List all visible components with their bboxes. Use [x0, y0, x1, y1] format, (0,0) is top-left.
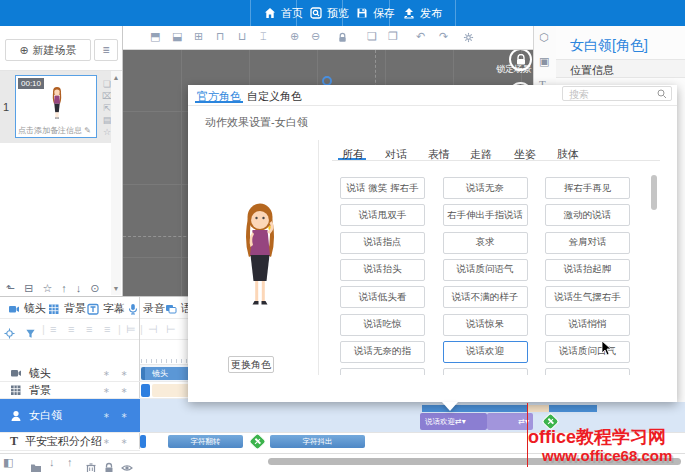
lock-icon[interactable] [337, 32, 348, 45]
align-top-icon[interactable]: ⊓ [216, 30, 225, 43]
action-button[interactable]: 说话指点 [340, 232, 425, 254]
camera-icon [10, 367, 22, 379]
action-button[interactable]: 说话生气摆右手 [545, 286, 630, 308]
tab-custom-roles[interactable]: 自定义角色 [247, 89, 302, 104]
action-button[interactable]: 说话不满的样子 [443, 286, 528, 308]
preview-icon [310, 7, 322, 19]
character-preview [228, 200, 292, 312]
action-button[interactable]: 说话质问语气 [443, 259, 528, 281]
align-bottom-icon[interactable]: ⊔ [238, 30, 247, 43]
scene-thumbnail[interactable]: 00:10 点击添加备注信息 ✎ [15, 75, 97, 138]
scenes-scrollbar[interactable]: ▲ ▼ [111, 71, 121, 295]
image-icon[interactable]: ▣ [539, 55, 549, 68]
action-button[interactable]: 说话 微笑 挥右手 [340, 177, 425, 199]
action-button[interactable]: 说话无奈的指 [340, 341, 425, 363]
action-button[interactable]: 说话低头看 [340, 286, 425, 308]
save-icon [356, 7, 368, 19]
move-up-icon[interactable]: ↑ [67, 456, 73, 468]
watermark-line1: office教程学习网 [528, 425, 666, 449]
home-icon [264, 7, 276, 19]
action-button[interactable]: 耸肩对话 [545, 232, 630, 254]
align-left-icon[interactable]: ⬒ [150, 30, 160, 43]
topbar-button-3[interactable]: 发布 [389, 0, 456, 26]
trim-left-icon[interactable]: ⊣ [148, 323, 158, 336]
category-tab-1[interactable]: 对话 [385, 147, 407, 162]
track-labels: 镜头∗∗背景∗∗女白领∗∗T平安宝积分介绍∗∗ [0, 297, 140, 449]
scene-settings-icon[interactable] [463, 32, 474, 45]
trim-right-icon[interactable]: ⊢ [166, 323, 176, 336]
shape-icon[interactable]: ⬡ [539, 31, 549, 44]
plus-circle-icon: ⊕ [19, 44, 28, 57]
category-tab-4[interactable]: 坐姿 [514, 147, 536, 162]
position-info-section[interactable]: 位置信息 [556, 59, 685, 78]
action-button[interactable]: 说话抬头 [340, 259, 425, 281]
voice-icon [165, 303, 177, 315]
track-label-2[interactable]: 女白领∗∗ [0, 399, 140, 433]
selected-object-title: 女白领[角色] [570, 37, 648, 55]
zoom-in-icon[interactable]: ⊕ [290, 30, 299, 43]
align-right-icon[interactable]: ⬓ [172, 30, 182, 43]
action-button[interactable]: 说话甩双手 [340, 204, 425, 226]
action-button[interactable] [340, 368, 425, 375]
category-tab-0[interactable]: 所有 [342, 147, 364, 162]
subtitle-clip-1[interactable]: 字符翻转 [168, 435, 243, 448]
action-button[interactable]: 说话惊呆 [443, 314, 528, 336]
publish-icon [403, 7, 415, 19]
action-button[interactable]: 哀求 [443, 232, 528, 254]
subtitle-clip-2[interactable]: 字符抖出 [270, 435, 365, 448]
subtitle-clip-start[interactable] [140, 435, 146, 448]
search-input[interactable]: 搜索 [562, 86, 672, 101]
sep: | [140, 323, 143, 335]
change-role-button[interactable]: 更换角色 [228, 356, 274, 373]
top-bar: 首页预览保存发布 [0, 0, 685, 26]
role-presence-bar[interactable] [422, 405, 528, 412]
background-clip-start[interactable] [141, 384, 150, 397]
role-presence-gap [528, 405, 549, 412]
new-scene-button[interactable]: ⊕新建场景 [5, 39, 91, 61]
undo-icon[interactable]: ↶ [416, 30, 425, 43]
action-button[interactable] [443, 368, 528, 375]
zoom-out-icon[interactable]: ⊖ [311, 30, 320, 43]
redo-icon[interactable]: ↷ [439, 30, 448, 43]
action-button[interactable]: 说话欢迎 [443, 341, 528, 363]
text-icon: T [10, 434, 18, 449]
role-presence-bar2[interactable] [549, 405, 597, 412]
action-button[interactable]: 右手伸出手指说话 [443, 204, 528, 226]
scene-list-mode-button[interactable]: ≡ [94, 39, 118, 61]
track-label-0[interactable]: 镜头∗∗ [0, 365, 140, 382]
watermark-line2: www.office68.com [542, 447, 672, 464]
action-button[interactable]: 说话抬起脚 [545, 259, 630, 281]
actions-scrollbar[interactable] [651, 175, 657, 210]
category-tab-3[interactable]: 走路 [470, 147, 492, 162]
canvas-toolbar: ⬒⬓⊞⊓⊔⌶⊕⊖❏❐↶↷ [123, 26, 533, 50]
action-button[interactable]: 激动的说话 [545, 204, 630, 226]
track-label-3[interactable]: T平安宝积分介绍∗∗ [0, 433, 140, 451]
mouse-cursor [601, 340, 613, 356]
category-tab-5[interactable]: 肢体 [557, 147, 579, 162]
action-button[interactable] [545, 368, 630, 375]
track-label-1[interactable]: 背景∗∗ [0, 382, 140, 399]
scenes-toolbar[interactable]: ⬑⊟☆↑↓⊙ [0, 280, 122, 296]
action-button[interactable]: 说话质问口气 [545, 341, 630, 363]
paste-icon[interactable]: ❐ [388, 30, 398, 43]
align-vcenter-icon[interactable]: ⌶ [260, 30, 267, 43]
scene-index: 1 [3, 101, 9, 113]
person-icon [10, 410, 22, 422]
move-down-icon[interactable]: ↓ [49, 456, 55, 468]
loop-icon[interactable]: ⇄▾ [455, 417, 466, 426]
action-button[interactable]: 说话悄悄 [545, 314, 630, 336]
collapse-icon[interactable]: ◧ [3, 456, 13, 469]
action-button[interactable]: 说话吃惊 [340, 314, 425, 336]
search-icon [657, 89, 667, 99]
action-button[interactable]: 说话无奈 [443, 177, 528, 199]
lock-scene-label: 锁定场景 [496, 63, 532, 76]
popover-title: 动作效果设置-女白领 [205, 115, 308, 130]
action-button[interactable]: 挥右手再见 [545, 177, 630, 199]
align-hcenter-icon[interactable]: ⊞ [194, 30, 203, 43]
action-clip[interactable]: 说话欢迎 ⇄▾ [420, 413, 487, 430]
category-tab-2[interactable]: 表情 [428, 147, 450, 162]
background-icon [10, 384, 22, 396]
scene-note[interactable]: 点击添加备注信息 ✎ [18, 125, 94, 136]
copy-icon[interactable]: ❏ [367, 30, 377, 43]
scroll-up-icon[interactable]: ▲ [111, 74, 121, 81]
